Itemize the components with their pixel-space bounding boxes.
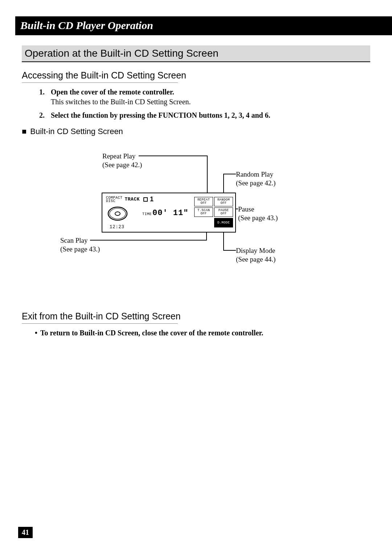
bullet-icon: •	[35, 329, 37, 337]
leader-line	[223, 174, 236, 174]
step-2: 2. Select the function by pressing the F…	[39, 111, 370, 120]
chapter-title: Built-in CD Player Operation	[15, 16, 392, 35]
subsection-exit: Exit from the Built-in CD Setting Screen	[22, 311, 370, 324]
fx-random: RANDOMOFF	[214, 197, 233, 206]
cd-setting-diagram: Repeat Play (See page 42.) Random Play (…	[22, 145, 370, 302]
callout-scan: Scan Play (See page 43.)	[60, 236, 100, 254]
lcd-time-label: TIME	[142, 212, 152, 216]
fx-repeat: REPEATOFF	[194, 197, 213, 206]
step-title: Open the cover of the remote controller.	[51, 88, 174, 96]
leader-line	[90, 240, 207, 241]
lcd-track-label: TRACK	[125, 197, 140, 202]
lcd-time-value: 00' 11"	[152, 209, 188, 218]
leader-line	[139, 156, 208, 156]
lcd-compact-disc: CompactDisc	[106, 196, 123, 203]
svg-point-2	[115, 212, 120, 215]
lcd-track-number: 1	[150, 195, 154, 203]
lcd-clock: 12:23	[110, 225, 124, 230]
lcd-track-box-icon	[143, 197, 148, 202]
lcd-function-grid: REPEATOFF RANDOMOFF T.SCANOFF PAUSEOFF D…	[194, 197, 233, 227]
exit-bullet: • To return to Built-in CD Screen, close…	[35, 329, 370, 337]
callout-repeat: Repeat Play (See page 42.)	[102, 152, 142, 169]
step-number: 2.	[39, 111, 49, 120]
page-number: 41	[18, 527, 33, 538]
fx-tscan: T.SCANOFF	[194, 207, 213, 217]
callout-random: Random Play (See page 42.)	[236, 170, 275, 187]
fx-pause: PAUSEOFF	[214, 207, 233, 217]
lcd-top-row: CompactDisc TRACK 1	[106, 195, 154, 203]
screen-heading-text: Built-in CD Setting Screen	[30, 127, 123, 136]
lcd-screen: CompactDisc TRACK 1 TIME 00' 11" 12:23 R…	[102, 193, 236, 233]
step-title: Select the function by pressing the FUNC…	[51, 111, 270, 119]
callout-display: Display Mode (See page 44.)	[236, 246, 275, 264]
cd-disc-icon	[107, 205, 128, 222]
exit-bullet-text: To return to Built-in CD Screen, close t…	[40, 329, 263, 337]
step-1: 1. Open the cover of the remote controll…	[39, 88, 370, 106]
leader-line	[207, 156, 208, 196]
section-title: Operation at the Built-in CD Setting Scr…	[22, 45, 370, 62]
lcd-time: TIME 00' 11"	[142, 209, 188, 218]
square-bullet-icon: ■	[22, 128, 26, 136]
svg-point-0	[108, 207, 127, 220]
fx-dmode: D.MODE	[214, 218, 233, 227]
screen-heading: ■ Built-in CD Setting Screen	[22, 127, 370, 136]
leader-line	[223, 250, 236, 251]
step-desc: This switches to the Built-in CD Setting…	[51, 98, 367, 106]
callout-pause: Pause (See page 43.)	[238, 205, 278, 222]
subsection-accessing: Accessing the Built-in CD Setting Screen	[22, 70, 370, 83]
svg-point-1	[110, 209, 126, 219]
step-number: 1.	[39, 88, 49, 96]
